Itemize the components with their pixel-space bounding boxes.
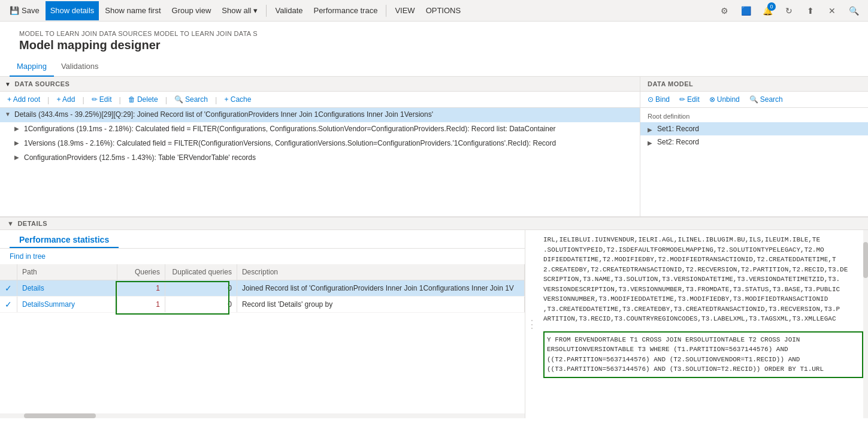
share-icon-button[interactable]: ⬆ — [801, 1, 820, 20]
performance-trace-button[interactable]: Performance trace — [309, 1, 382, 20]
details-right-panel: IRL,IELIBLUI.IUINVENDUR,IELRI.AGL,ILINEL… — [539, 230, 868, 418]
data-model-panel: DATA MODEL ⊙ Bind ✏ Edit ⊗ Unbind 🔍 Sear… — [640, 77, 868, 216]
desc-details: Joined Record list of 'ConfigurationProv… — [237, 280, 524, 297]
dm-item-set1[interactable]: ▶ Set1: Record — [640, 122, 868, 135]
path-details[interactable]: Details — [17, 280, 117, 297]
tree-item-1configurations[interactable]: ▶ 1Configurations (19.1ms - 2.18%): Calc… — [0, 122, 640, 137]
bind-button[interactable]: ⊙ Bind — [645, 94, 672, 105]
find-in-tree-link[interactable]: Find in tree — [0, 249, 525, 264]
save-icon: 💾 — [10, 6, 19, 15]
refresh-icon-button[interactable]: ↻ — [779, 1, 799, 20]
main-layout: ▼ DATA SOURCES + Add root | + Add | ✏ Ed… — [0, 77, 868, 418]
data-sources-tree: ▼ Details (343.4ms - 39.25%)[29][Q:29]: … — [0, 108, 640, 216]
perf-stats-label: Performance statistics — [10, 230, 119, 248]
search-icon-button[interactable]: 🔍 — [844, 1, 863, 20]
root-definition-label: Root definition — [640, 110, 868, 122]
lower-section: ▼ DETAILS Performance statistics Find in… — [0, 217, 868, 418]
queries-detailssummary: 1 — [117, 297, 165, 313]
data-sources-toolbar: + Add root | + Add | ✏ Edit | 🗑 Delete |… — [0, 92, 640, 108]
expand-icon-1conf[interactable]: ▶ — [14, 125, 22, 132]
data-model-toolbar: ⊙ Bind ✏ Edit ⊗ Unbind 🔍 Search — [640, 92, 868, 108]
tree-item-details[interactable]: ▼ Details (343.4ms - 39.25%)[29][Q:29]: … — [0, 108, 640, 122]
sql-text-upper: IRL,IELIBLUI.IUINVENDUR,IELRI.AGL,ILINEL… — [539, 230, 868, 329]
show-all-chevron-icon: ▾ — [253, 6, 258, 15]
main-toolbar: 💾 Save Show details Show name first Grou… — [0, 0, 868, 22]
show-all-button[interactable]: Show all ▾ — [217, 1, 262, 20]
options-button[interactable]: OPTIONS — [421, 1, 466, 20]
show-name-first-button[interactable]: Show name first — [100, 1, 165, 20]
expand-icon-1ver[interactable]: ▶ — [14, 140, 22, 146]
separator-2 — [386, 5, 386, 17]
data-model-header: DATA MODEL — [640, 77, 868, 92]
settings-icon-button[interactable]: ⚙ — [715, 1, 734, 20]
expand-icon-cp[interactable]: ▶ — [14, 154, 22, 161]
dup-details: 0 — [165, 280, 237, 297]
delete-icon: 🗑 — [128, 95, 135, 104]
col-queries: Queries — [117, 264, 165, 280]
v-scrollbar-thumb[interactable] — [863, 242, 868, 278]
vertical-scrollbar[interactable] — [863, 230, 868, 418]
details-content: Performance statistics Find in tree Path… — [0, 230, 868, 418]
sql-text-highlight: Y FROM ERVENDORTABLE T1 CROSS JOIN ERSOL… — [543, 331, 863, 378]
data-model-content: Root definition ▶ Set1: Record ▶ Set2: R… — [640, 108, 868, 216]
edit-datamodel-button[interactable]: ✏ Edit — [677, 94, 702, 105]
tab-mapping[interactable]: Mapping — [10, 57, 54, 77]
check-details: ✓ — [0, 280, 17, 297]
path-detailssummary[interactable]: DetailsSummary — [17, 297, 117, 313]
search-datamodel-button[interactable]: 🔍 Search — [747, 94, 785, 105]
col-description: Description — [237, 264, 524, 280]
data-sources-header: ▼ DATA SOURCES — [0, 77, 640, 92]
table-row-details[interactable]: ✓ Details 1 0 Joined Record list of 'Con… — [0, 280, 525, 297]
tab-validations[interactable]: Validations — [54, 57, 106, 77]
data-sources-panel: ▼ DATA SOURCES + Add root | + Add | ✏ Ed… — [0, 77, 640, 216]
data-sources-expand-icon[interactable]: ▼ — [5, 81, 11, 87]
unbind-icon: ⊗ — [709, 95, 715, 104]
tree-item-configproviders[interactable]: ▶ ConfigurationProviders (12.5ms - 1.43%… — [0, 151, 640, 165]
add-root-button[interactable]: + Add root — [5, 94, 43, 105]
breadcrumb: MODEL TO LEARN JOIN DATA SOURCES MODEL T… — [10, 26, 858, 38]
check-detailssummary: ✓ — [0, 297, 17, 313]
desc-detailssummary: Record list 'Details' group by — [237, 297, 524, 313]
edit-dm-icon: ✏ — [679, 95, 685, 104]
dm-item-set2[interactable]: ▶ Set2: Record — [640, 135, 868, 149]
details-table-container: Path Queries Duplicated queries Descript… — [0, 264, 525, 418]
page-title: Model mapping designer — [10, 38, 858, 57]
upper-section: ▼ DATA SOURCES + Add root | + Add | ✏ Ed… — [0, 77, 868, 217]
group-view-button[interactable]: Group view — [167, 1, 216, 20]
close-icon-button[interactable]: ✕ — [822, 1, 842, 20]
details-expand-icon[interactable]: ▼ — [7, 220, 14, 227]
resize-handle[interactable]: ⋮ — [525, 230, 539, 418]
expand-set2-icon[interactable]: ▶ — [648, 140, 655, 146]
add-button[interactable]: + Add — [54, 94, 77, 105]
perf-stats-bar: Performance statistics — [0, 230, 525, 249]
notification-icon-button[interactable]: 🔔 0 — [758, 1, 777, 20]
delete-datasource-button[interactable]: 🗑 Delete — [126, 94, 161, 105]
validate-button[interactable]: Validate — [270, 1, 307, 20]
expand-set1-icon[interactable]: ▶ — [648, 126, 655, 133]
details-table: Path Queries Duplicated queries Descript… — [0, 264, 525, 313]
dup-detailssummary: 0 — [165, 297, 237, 313]
show-details-button[interactable]: Show details — [46, 1, 99, 20]
view-button[interactable]: VIEW — [390, 1, 419, 20]
search-datasource-button[interactable]: 🔍 Search — [172, 94, 210, 105]
col-path: Path — [17, 264, 117, 280]
tabs-container: Mapping Validations — [0, 57, 868, 77]
separator-1 — [266, 5, 267, 17]
table-row-detailssummary[interactable]: ✓ DetailsSummary 1 0 Record list 'Detail… — [0, 297, 525, 313]
collapse-icon-details[interactable]: ▼ — [5, 111, 12, 117]
details-header: ▼ DETAILS — [0, 217, 868, 230]
col-check — [0, 264, 17, 280]
edit-icon: ✏ — [92, 95, 98, 104]
top-right-icons: ⚙ 🟦 🔔 0 ↻ ⬆ ✕ 🔍 — [715, 1, 863, 20]
user-icon-button[interactable]: 🟦 — [736, 1, 755, 20]
details-left-panel: Performance statistics Find in tree Path… — [0, 230, 525, 418]
h-scrollbar-thumb[interactable] — [24, 413, 96, 418]
save-button[interactable]: 💾 Save — [5, 1, 44, 20]
search-dm-icon: 🔍 — [749, 95, 758, 104]
cache-button[interactable]: + Cache — [222, 94, 253, 105]
col-duplicated: Duplicated queries — [165, 264, 237, 280]
edit-datasource-button[interactable]: ✏ Edit — [89, 94, 114, 105]
horizontal-scrollbar[interactable] — [0, 413, 525, 418]
tree-item-1versions[interactable]: ▶ 1Versions (18.9ms - 2.16%): Calculated… — [0, 137, 640, 151]
unbind-button[interactable]: ⊗ Unbind — [707, 94, 742, 105]
